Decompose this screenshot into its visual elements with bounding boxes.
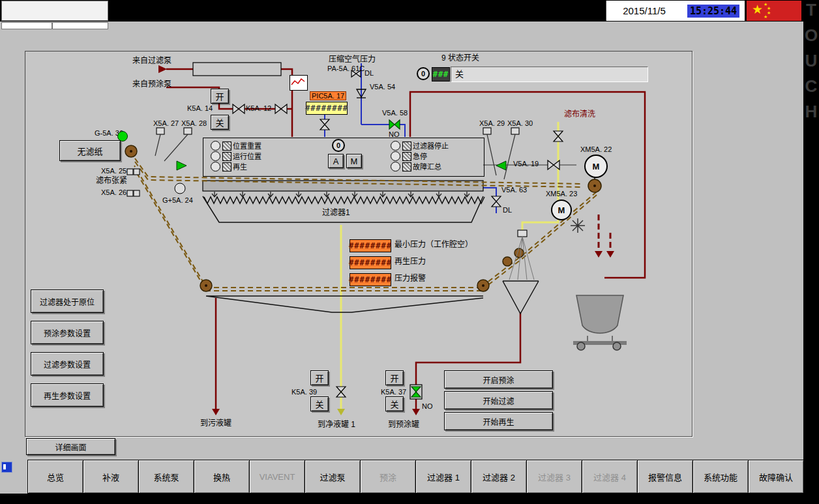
manual-mode-button[interactable]: M xyxy=(346,154,362,168)
status-state-field: 关 xyxy=(451,67,648,82)
sensor-x25b xyxy=(134,169,140,175)
hatch-icon xyxy=(402,162,411,171)
label-to-waste-tank: 到污液罐 xyxy=(200,419,231,428)
navigation-bar: 总览 补液 系统泵 换热 VIAVENT 过滤泵 预涂 过滤器 1 过滤器 2 … xyxy=(28,460,804,494)
hatch-icon xyxy=(402,141,411,151)
label-g24: G+5A. 24 xyxy=(162,196,193,204)
label-air-tag: PA-5A. 61C xyxy=(327,65,365,72)
sensor-x29 xyxy=(483,128,491,134)
k37-close-button[interactable]: 关 xyxy=(385,396,404,411)
valve-wash xyxy=(554,131,563,141)
lamp-run-position xyxy=(211,151,220,161)
label-v58: V5A. 58 xyxy=(382,109,408,117)
regen-params-button[interactable]: 再生参数设置 xyxy=(31,383,104,407)
nav-heat-exchange[interactable]: 换热 xyxy=(194,460,250,494)
valve-k39 xyxy=(336,387,346,397)
status-zero-indicator: 0 xyxy=(417,67,430,80)
precoat-hopper xyxy=(503,281,539,314)
label-filter-title: 过滤器1 xyxy=(322,209,350,217)
label-v19: V5A. 19 xyxy=(513,160,539,168)
nav-precoat[interactable]: 预涂 xyxy=(360,460,416,494)
precoat-params-button[interactable]: 预涂参数设置 xyxy=(31,321,104,344)
side-bezel: TOUCH xyxy=(803,0,819,504)
sensor-x27 xyxy=(156,128,164,134)
label-pressure-alarm: 压力报警 xyxy=(395,274,426,283)
filter-home-button[interactable]: 过滤器处于原位 xyxy=(31,289,104,313)
hatch-icon xyxy=(222,152,231,161)
k39-open-button[interactable]: 开 xyxy=(310,370,329,385)
conveyor-flow-arrow xyxy=(324,192,329,197)
label-regen-pressure: 再生压力 xyxy=(395,258,426,266)
cart-wheel xyxy=(613,342,621,350)
sensor-x28 xyxy=(184,128,192,134)
lamp-emergency-stop xyxy=(391,151,400,161)
hatch-icon xyxy=(222,141,231,151)
toolbar-cell-1 xyxy=(1,22,52,29)
trend-icon[interactable] xyxy=(290,75,308,91)
pressure-alarm-value: ######## xyxy=(350,273,391,286)
valve-open-button-top[interactable]: 开 xyxy=(211,89,229,104)
time-display: 15:25:44 xyxy=(682,1,745,21)
collection-tray xyxy=(206,296,483,312)
conveyor-flow-arrow xyxy=(380,192,385,197)
label-pic-tag: PIC5A. 17 xyxy=(310,91,346,100)
label-x28: X5A. 28 xyxy=(181,119,207,127)
detail-screen-button[interactable]: 详细画面 xyxy=(26,438,115,455)
start-precoat-button[interactable]: 开启预涂 xyxy=(444,370,553,389)
label-from-precoat-pump: 来自预涂泵 xyxy=(132,80,171,89)
nav-filter-4[interactable]: 过滤器 4 xyxy=(582,460,638,494)
nav-filter-3[interactable]: 过滤器 3 xyxy=(526,460,582,494)
nav-overview[interactable]: 总览 xyxy=(27,460,83,494)
cart-legs xyxy=(588,336,612,341)
label-k14: K5A. 14 xyxy=(187,104,213,112)
titlebar-left-cell xyxy=(1,1,108,21)
k39-close-button[interactable]: 关 xyxy=(310,396,329,411)
nav-filter-1[interactable]: 过滤器 1 xyxy=(415,460,471,494)
nav-filter-pump[interactable]: 过滤泵 xyxy=(305,460,361,494)
nav-viavent[interactable]: VIAVENT xyxy=(249,460,305,494)
roller-dot xyxy=(482,284,484,287)
flag-icon: ★ ★ ★ ★ ★ xyxy=(747,1,801,21)
conveyor-flow-arrow xyxy=(212,192,217,197)
motor-xm23: M xyxy=(551,200,572,220)
filter-params-button[interactable]: 过滤参数设置 xyxy=(31,352,104,376)
nav-fault-ack[interactable]: 故障确认 xyxy=(748,460,804,494)
label-x30: X5A. 30 xyxy=(507,119,533,127)
nav-filter-2[interactable]: 过滤器 2 xyxy=(471,460,527,494)
no-filter-paper-button[interactable]: 无滤纸 xyxy=(59,140,121,161)
k37-open-button[interactable]: 开 xyxy=(385,370,404,385)
nav-system-functions[interactable]: 系统功能 xyxy=(692,460,749,494)
conveyor-flow-arrow xyxy=(436,192,441,197)
start-regen-button[interactable]: 开始再生 xyxy=(444,412,553,430)
inlet-box xyxy=(193,63,281,76)
label-from-filter-pump: 来自过滤泵 xyxy=(132,57,171,65)
label-dl-bottom: DL xyxy=(503,206,512,214)
sensor-x26b xyxy=(134,190,140,196)
roller-dot xyxy=(205,284,207,287)
arrow-waste xyxy=(212,409,220,415)
hatch-icon xyxy=(222,162,231,171)
sludge-cart xyxy=(576,295,623,333)
nav-makeup[interactable]: 补液 xyxy=(83,460,139,494)
label-position-reset: 位置重置 xyxy=(233,142,261,150)
label-v54: V5A. 54 xyxy=(370,83,395,91)
status-value-box: ### xyxy=(432,67,450,82)
start-filter-button[interactable]: 开始过滤 xyxy=(444,391,553,409)
lamp-position-reset xyxy=(211,141,220,151)
roller-mid-2 xyxy=(503,257,512,266)
filter-belt xyxy=(134,158,597,291)
roller-dot xyxy=(593,185,596,187)
nav-alarm-info[interactable]: 报警信息 xyxy=(637,460,693,494)
sensor-x30 xyxy=(511,128,519,134)
spray-nozzle xyxy=(518,230,527,237)
nav-system-pumps[interactable]: 系统泵 xyxy=(138,460,194,494)
auto-mode-button[interactable]: A xyxy=(328,154,344,168)
label-cloth-tension: 滤布张紧 xyxy=(96,177,127,185)
label-v63: V5A. 63 xyxy=(501,186,527,194)
arrow-clean xyxy=(337,409,345,415)
toolbar-cell-2 xyxy=(52,22,108,29)
valve-close-button-top[interactable]: 关 xyxy=(211,115,229,130)
taskbar-icon[interactable] xyxy=(1,462,12,473)
label-air-title: 压缩空气压力 xyxy=(329,55,376,64)
arrow-spray-2 xyxy=(606,251,614,258)
